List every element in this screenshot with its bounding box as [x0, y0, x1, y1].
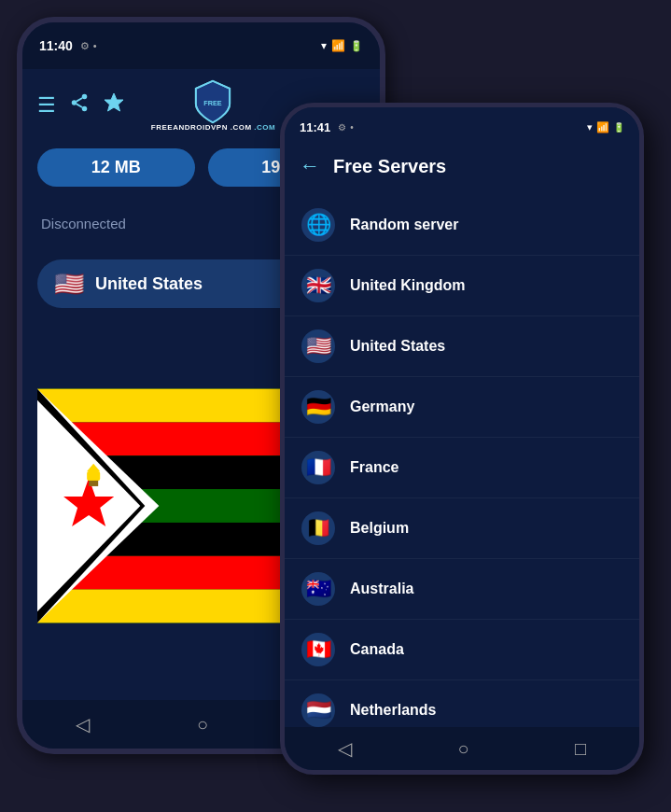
- server-flag-ca: 🇨🇦: [301, 633, 335, 666]
- server-flag-au: 🇦🇺: [301, 572, 335, 606]
- svg-line-4: [77, 97, 82, 101]
- svg-rect-19: [87, 471, 100, 481]
- server-name-be: Belgium: [350, 520, 622, 537]
- back-arrow-button[interactable]: ←: [300, 154, 320, 178]
- screen-title: Free Servers: [333, 156, 446, 177]
- server-flag-globe: 🌐: [301, 208, 335, 242]
- server-name-au: Australia: [350, 581, 622, 597]
- server-name-fr: France: [350, 459, 622, 476]
- server-item-uk[interactable]: 🇬🇧 United Kingdom: [285, 256, 639, 316]
- server-item-random[interactable]: 🌐 Random server: [285, 195, 639, 256]
- logo-text: FREEANDROIDVPN .COM .COM: [151, 123, 275, 132]
- server-flag-uk: 🇬🇧: [301, 269, 335, 302]
- nav-home-button[interactable]: ○: [197, 714, 208, 735]
- server-flag-nl: 🇳🇱: [301, 693, 335, 727]
- nav2-back-button[interactable]: ◁: [338, 737, 352, 760]
- rate-icon[interactable]: [103, 91, 125, 119]
- server-list: 🌐 Random server 🇬🇧 United Kingdom 🇺🇸 Uni…: [285, 191, 639, 727]
- settings-icon: ⚙: [80, 40, 90, 52]
- logo-area: FREE FREEANDROIDVPN .COM .COM: [151, 78, 275, 132]
- country-flag: 🇺🇸: [54, 272, 84, 296]
- svg-point-0: [82, 93, 88, 99]
- phone1-right-icons: ▾ 📶 🔋: [321, 39, 363, 52]
- server-name-de: Germany: [350, 399, 622, 415]
- disconnect-label: Disconnected: [41, 216, 126, 231]
- svg-line-3: [77, 104, 82, 107]
- phone1-time: 11:40: [39, 38, 73, 53]
- server-flag-us: 🇺🇸: [301, 329, 335, 363]
- phone2-time: 11:41: [300, 120, 330, 134]
- menu-icon[interactable]: ☰: [37, 93, 56, 118]
- nav2-home-button[interactable]: ○: [457, 738, 468, 760]
- server-name-us: United States: [350, 338, 622, 355]
- battery2-icon: 🔋: [613, 122, 624, 133]
- phone2: 11:41 ⚙ • ▾ 📶 🔋 ← Free Servers 🌐 Random …: [280, 103, 644, 775]
- scene: 11:40 ⚙ • ▾ 📶 🔋 ☰: [0, 0, 671, 812]
- server-name-ca: Canada: [350, 641, 622, 658]
- phone2-extra-icons: ⚙ •: [338, 122, 354, 133]
- signal2-icon: 📶: [596, 121, 609, 133]
- dot2-icon: •: [350, 122, 354, 133]
- dot-icon: •: [93, 40, 97, 51]
- server-flag-de: 🇩🇪: [301, 390, 335, 424]
- server-item-us[interactable]: 🇺🇸 United States: [285, 316, 639, 377]
- wifi2-icon: ▾: [587, 121, 593, 133]
- svg-marker-5: [105, 93, 123, 111]
- svg-point-1: [72, 100, 77, 105]
- phone2-nav-bar: ◁ ○ □: [285, 727, 639, 770]
- logo-shield-icon: FREE: [189, 78, 236, 125]
- dot-icon2: ⚙: [338, 122, 346, 133]
- top-bar-left-icons: ☰: [37, 91, 125, 119]
- server-name-nl: Netherlands: [350, 702, 622, 719]
- server-flag-be: 🇧🇪: [301, 511, 335, 545]
- phone2-header: ← Free Servers: [285, 147, 639, 191]
- battery-icon: 🔋: [350, 40, 363, 52]
- phone1-status-icons: ⚙ •: [80, 40, 97, 52]
- server-item-be[interactable]: 🇧🇪 Belgium: [285, 498, 639, 559]
- server-item-au[interactable]: 🇦🇺 Australia: [285, 559, 639, 620]
- phone2-right-icons: ▾ 📶 🔋: [587, 121, 624, 133]
- svg-text:FREE: FREE: [204, 99, 223, 107]
- signal-icon: 📶: [331, 39, 345, 52]
- wifi-icon: ▾: [321, 39, 327, 52]
- server-name-uk: United Kingdom: [350, 277, 622, 294]
- server-item-de[interactable]: 🇩🇪 Germany: [285, 377, 639, 438]
- server-item-nl[interactable]: 🇳🇱 Netherlands: [285, 680, 639, 727]
- nav-back-button[interactable]: ◁: [76, 713, 90, 735]
- svg-rect-21: [89, 481, 98, 486]
- server-flag-fr: 🇫🇷: [301, 451, 335, 484]
- download-stat: 12 MB: [37, 148, 195, 187]
- svg-point-2: [82, 105, 88, 111]
- server-name-random: Random server: [350, 217, 622, 233]
- server-item-fr[interactable]: 🇫🇷 France: [285, 438, 639, 498]
- nav2-recent-button[interactable]: □: [575, 738, 586, 760]
- phone2-status-bar: 11:41 ⚙ • ▾ 📶 🔋: [285, 107, 639, 147]
- country-name: United States: [95, 274, 311, 294]
- share-icon[interactable]: [69, 92, 90, 119]
- phone1-status-bar: 11:40 ⚙ • ▾ 📶 🔋: [22, 22, 380, 69]
- server-item-ca[interactable]: 🇨🇦 Canada: [285, 620, 639, 680]
